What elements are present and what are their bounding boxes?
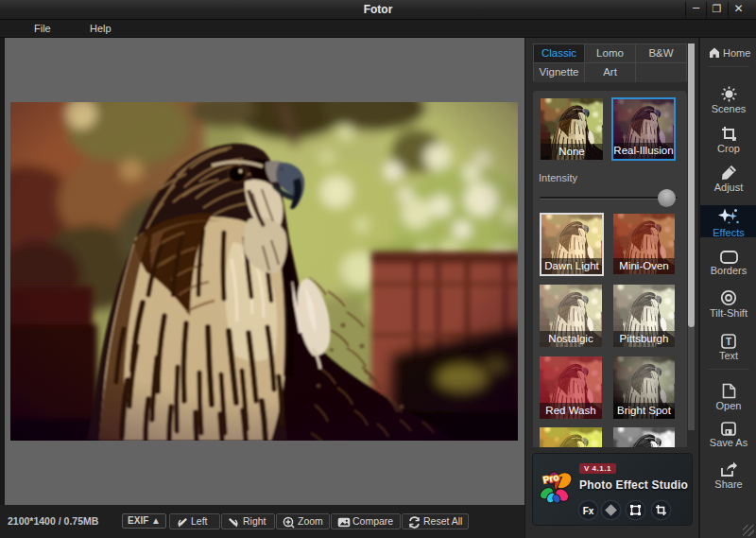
svg-text:Home: Home bbox=[723, 47, 750, 59]
svg-text:T: T bbox=[726, 337, 731, 347]
